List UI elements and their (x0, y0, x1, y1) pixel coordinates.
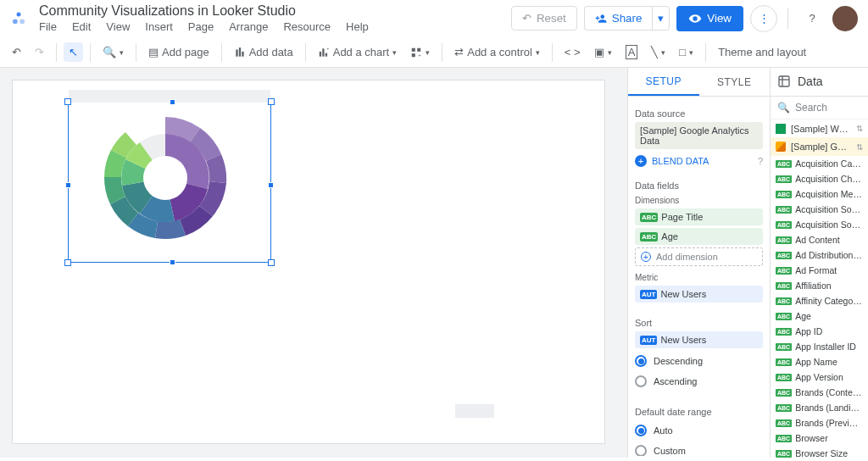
metric-label: Metric (635, 273, 763, 282)
help-icon[interactable]: ? (758, 156, 763, 166)
redo-button[interactable]: ↷ (30, 42, 49, 62)
menu-edit[interactable]: Edit (72, 20, 91, 33)
analytics-icon (776, 142, 786, 152)
add-chart-button[interactable]: + Add a chart ▾ (313, 42, 403, 62)
field-row[interactable]: ABCApp Version (771, 369, 868, 385)
field-type-badge: ABC (776, 343, 792, 351)
field-row[interactable]: ABCBrands (Previous Con… (771, 415, 868, 430)
field-type-badge: ABC (776, 419, 792, 427)
report-page[interactable] (12, 80, 605, 444)
data-panel-title: Data (798, 75, 823, 88)
sort-label: Sort (635, 318, 763, 328)
field-type-badge: ABC (776, 313, 792, 320)
add-control-button[interactable]: ⇄ Add a control ▾ (449, 42, 545, 62)
svg-rect-6 (319, 51, 320, 56)
field-row[interactable]: ABCBrowser Size (771, 446, 868, 458)
community-viz-button[interactable]: + ▾ (405, 43, 435, 62)
svg-point-0 (17, 12, 21, 16)
blend-data-button[interactable]: +BLEND DATA? (635, 152, 763, 170)
reset-button[interactable]: ↶ Reset (511, 6, 577, 31)
tab-style[interactable]: STYLE (699, 68, 771, 96)
menu-view[interactable]: View (106, 20, 130, 33)
field-row[interactable]: ABCAcquisition Channel (771, 171, 868, 186)
avatar[interactable] (832, 6, 858, 31)
view-button[interactable]: View (676, 6, 743, 31)
data-source-row[interactable]: [Sample] World Po… ⇅ (771, 119, 868, 138)
date-auto-radio[interactable]: Auto (635, 420, 763, 441)
dimension-chip[interactable]: ABCAge (635, 228, 763, 245)
field-type-badge: ABC (776, 282, 792, 290)
dimensions-label: Dimensions (635, 196, 763, 205)
tab-setup[interactable]: SETUP (628, 68, 699, 96)
menu-insert[interactable]: Insert (145, 20, 173, 33)
pointer-tool[interactable]: ↖ (64, 42, 83, 62)
field-row[interactable]: ABCAcquisition Campaign (771, 156, 868, 171)
menu-help[interactable]: Help (346, 20, 369, 33)
svg-rect-7 (322, 48, 324, 56)
svg-rect-12 (412, 53, 415, 57)
zoom-tool[interactable]: 🔍▾ (97, 42, 129, 62)
field-row[interactable]: ABCAcquisition Source / … (771, 217, 868, 232)
add-dimension-button[interactable]: +Add dimension (635, 247, 763, 266)
menu-arrange[interactable]: Arrange (229, 20, 268, 33)
field-row[interactable]: ABCAcquisition Medium (771, 186, 868, 202)
field-row[interactable]: ABCAd Distribution Netw… (771, 247, 868, 263)
add-page-button[interactable]: ▤ Add page (143, 42, 214, 62)
field-row[interactable]: ABCBrands (Landing Cont… (771, 400, 868, 415)
date-custom-radio[interactable]: Custom (635, 441, 763, 456)
svg-rect-11 (417, 47, 420, 51)
undo-button[interactable]: ↶ (7, 42, 26, 62)
looker-studio-logo[interactable] (10, 10, 27, 27)
field-row[interactable]: ABCAffinity Category (rea… (771, 293, 868, 308)
image-button[interactable]: ▣▾ (589, 42, 617, 62)
sort-ascending-radio[interactable]: Ascending (635, 371, 763, 392)
field-row[interactable]: ABCAffiliation (771, 278, 868, 293)
share-dropdown[interactable]: ▾ (652, 6, 670, 31)
field-row[interactable]: ABCApp Installer ID (771, 339, 868, 354)
text-button[interactable]: A (620, 42, 643, 63)
help-icon[interactable]: ? (798, 5, 826, 32)
data-source-chip[interactable]: [Sample] Google Analytics Data (635, 122, 763, 149)
field-row[interactable]: ABCAd Format (771, 263, 868, 278)
document-title[interactable]: Community Visualizations in Looker Studi… (39, 3, 369, 19)
sort-descending-radio[interactable]: Descending (635, 351, 763, 371)
eye-icon (688, 12, 702, 25)
svg-rect-16 (779, 76, 789, 86)
shape-button[interactable]: □▾ (674, 42, 698, 62)
field-type-badge: ABC (776, 267, 792, 275)
field-row[interactable]: ABCAge (771, 308, 868, 324)
line-button[interactable]: ╲▾ (646, 42, 670, 62)
svg-rect-3 (236, 49, 237, 56)
data-source-row[interactable]: [Sample] Google A… ⇅ (771, 137, 868, 156)
field-type-badge: ABC (776, 175, 792, 183)
canvas[interactable] (0, 68, 627, 458)
field-row[interactable]: ABCApp Name (771, 354, 868, 369)
field-row[interactable]: ABCBrands (Content Grou… (771, 385, 868, 400)
field-row[interactable]: ABCBrowser (771, 430, 868, 446)
svg-text:+: + (326, 47, 329, 51)
data-fields-label: Data fields (635, 181, 763, 191)
menu-page[interactable]: Page (188, 20, 214, 33)
svg-rect-10 (412, 47, 415, 51)
chevron-icon: ⇅ (856, 124, 863, 133)
field-row[interactable]: ABCAd Content (771, 232, 868, 247)
menu-file[interactable]: File (39, 20, 57, 33)
sort-chip[interactable]: AUTNew Users (635, 331, 763, 348)
data-search-input[interactable]: 🔍 Search (771, 97, 868, 119)
field-row[interactable]: ABCAcquisition Source (771, 202, 868, 217)
field-row[interactable]: ABCApp ID (771, 324, 868, 339)
selection-box[interactable] (68, 102, 271, 263)
theme-layout-button[interactable]: Theme and layout (713, 42, 811, 62)
dimension-chip[interactable]: ABCPage Title (635, 208, 763, 225)
embed-button[interactable]: < > (559, 42, 586, 62)
svg-point-1 (13, 19, 18, 24)
field-type-badge: ABC (776, 191, 792, 198)
metric-chip[interactable]: AUTNew Users (635, 286, 763, 303)
field-type-badge: ABC (776, 252, 792, 259)
menu-resource[interactable]: Resource (283, 20, 331, 33)
share-button[interactable]: Share (584, 6, 653, 31)
field-type-badge: ABC (776, 389, 792, 397)
data-panel-icon (777, 75, 791, 88)
more-options-button[interactable]: ⋮ (750, 5, 777, 32)
add-data-button[interactable]: Add data (229, 42, 298, 62)
